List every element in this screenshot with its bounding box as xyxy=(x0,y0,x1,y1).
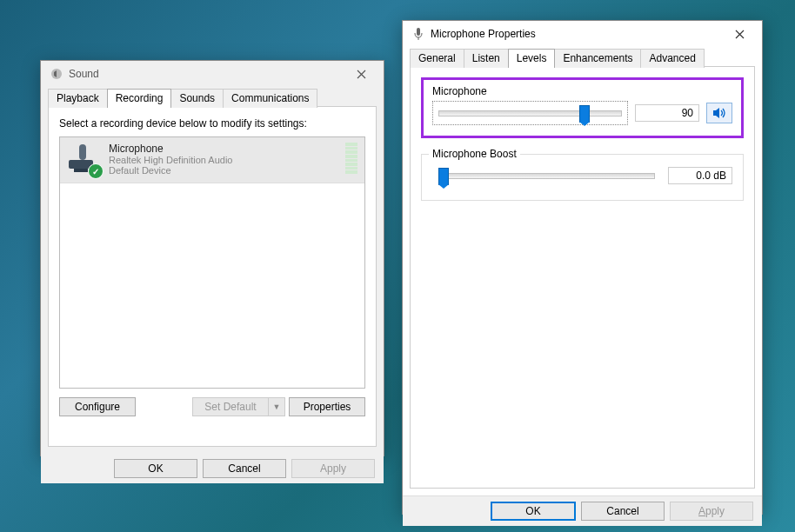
boost-slider-row: 0.0 dB xyxy=(432,163,732,188)
microphone-boost-group: Microphone Boost 0.0 dB xyxy=(421,154,744,201)
device-status: Default Device xyxy=(109,165,345,176)
mic-tab-panel: Microphone 90 Microphone Boost xyxy=(410,66,755,489)
tab-listen[interactable]: Listen xyxy=(464,49,509,68)
cancel-button[interactable]: Cancel xyxy=(203,459,286,478)
microphone-slider-row: 90 xyxy=(432,101,732,125)
sound-title: Sound xyxy=(69,68,344,80)
apply-button[interactable]: Apply xyxy=(291,459,375,478)
ok-button[interactable]: OK xyxy=(491,502,576,521)
configure-button[interactable]: Configure xyxy=(59,397,136,416)
microphone-value[interactable]: 90 xyxy=(635,104,699,122)
microphone-device-icon: ✓ xyxy=(67,143,102,177)
tab-advanced[interactable]: Advanced xyxy=(640,49,704,68)
tab-playback[interactable]: Playback xyxy=(48,89,108,108)
svg-rect-4 xyxy=(417,28,420,36)
sound-tab-panel: Select a recording device below to modif… xyxy=(48,106,377,447)
tab-levels[interactable]: Levels xyxy=(508,49,556,68)
set-default-button[interactable]: Set Default xyxy=(192,397,269,416)
device-name: Microphone xyxy=(109,143,345,155)
level-meter xyxy=(345,143,357,174)
tab-general[interactable]: General xyxy=(410,49,464,68)
device-text: Microphone Realtek High Definition Audio… xyxy=(109,143,345,177)
svg-rect-1 xyxy=(79,144,86,160)
microphone-slider-thumb[interactable] xyxy=(579,105,590,123)
speaker-icon[interactable] xyxy=(706,103,732,123)
tab-communications[interactable]: Communications xyxy=(223,89,317,108)
boost-label: Microphone Boost xyxy=(429,148,520,160)
microphone-icon xyxy=(411,27,425,41)
mic-tabstrip: General Listen Levels Enhancements Advan… xyxy=(403,49,762,68)
properties-button[interactable]: Properties xyxy=(289,397,365,416)
mic-titlebar[interactable]: Microphone Properties xyxy=(403,21,762,47)
device-list[interactable]: ✓ Microphone Realtek High Definition Aud… xyxy=(59,136,365,389)
close-button[interactable] xyxy=(722,23,757,45)
sound-bottom-buttons: Configure Set Default ▼ Properties xyxy=(59,397,365,416)
sound-icon xyxy=(50,67,63,81)
boost-value[interactable]: 0.0 dB xyxy=(668,167,732,184)
tab-enhancements[interactable]: Enhancements xyxy=(554,49,641,68)
svg-rect-3 xyxy=(74,169,88,172)
check-icon: ✓ xyxy=(88,163,104,179)
boost-slider[interactable] xyxy=(432,163,661,188)
microphone-label: Microphone xyxy=(432,85,732,97)
microphone-level-group: Microphone 90 xyxy=(421,77,744,138)
sound-titlebar[interactable]: Sound xyxy=(41,61,384,87)
boost-slider-thumb[interactable] xyxy=(438,168,449,185)
mic-dialog-buttons: OK Cancel Apply xyxy=(403,495,762,526)
tab-recording[interactable]: Recording xyxy=(107,89,172,108)
sound-dialog-buttons: OK Cancel Apply xyxy=(41,454,384,483)
set-default-dropdown[interactable]: ▼ xyxy=(268,397,285,416)
device-item-microphone[interactable]: ✓ Microphone Realtek High Definition Aud… xyxy=(60,137,364,183)
cancel-button[interactable]: Cancel xyxy=(581,502,665,521)
close-button[interactable] xyxy=(344,63,378,85)
apply-button[interactable]: Apply xyxy=(670,502,753,521)
sound-tabstrip: Playback Recording Sounds Communications xyxy=(41,89,384,108)
device-description: Realtek High Definition Audio xyxy=(109,155,345,165)
mic-title: Microphone Properties xyxy=(431,28,722,40)
microphone-slider[interactable] xyxy=(432,101,628,125)
sound-window: Sound Playback Recording Sounds Communic… xyxy=(40,60,384,456)
tab-sounds[interactable]: Sounds xyxy=(170,89,224,108)
mic-properties-window: Microphone Properties General Listen Lev… xyxy=(402,20,763,515)
ok-button[interactable]: OK xyxy=(114,459,197,478)
instructions-text: Select a recording device below to modif… xyxy=(59,117,365,130)
